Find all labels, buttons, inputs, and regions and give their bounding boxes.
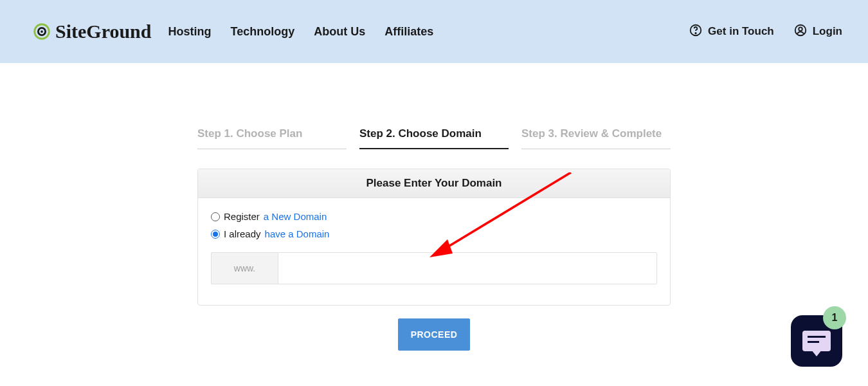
radio-have-link: have a Domain (265, 228, 330, 239)
chat-bubble-icon (802, 331, 831, 351)
login-button[interactable]: Login (793, 23, 842, 41)
radio-register-new-domain[interactable]: Register a New Domain (211, 211, 657, 222)
proceed-button[interactable]: PROCEED (398, 318, 470, 351)
header-right: Get in Touch Login (689, 23, 842, 41)
radio-have-domain[interactable]: I already have a Domain (211, 228, 657, 239)
step-tab-choose-plan[interactable]: Step 1. Choose Plan (197, 127, 347, 149)
radio-register-prefix: Register (224, 211, 260, 222)
nav-affiliates[interactable]: Affiliates (384, 25, 433, 39)
nav-hosting[interactable]: Hosting (168, 25, 212, 39)
user-circle-icon (793, 23, 808, 41)
chat-badge: 1 (823, 306, 846, 329)
domain-input-group: www. (211, 252, 657, 284)
checkout-steps: Step 1. Choose Plan Step 2. Choose Domai… (197, 127, 671, 149)
panel-title: Please Enter Your Domain (198, 169, 670, 198)
step-tab-review-complete[interactable]: Step 3. Review & Complete (521, 127, 671, 149)
brand-name: SiteGround (55, 21, 152, 42)
top-header: SiteGround Hosting Technology About Us A… (0, 0, 868, 63)
svg-point-2 (41, 30, 43, 33)
domain-prefix-label: www. (211, 252, 278, 284)
step-tab-choose-domain[interactable]: Step 2. Choose Domain (359, 127, 509, 149)
radio-register-link: a New Domain (264, 211, 327, 222)
main-nav: Hosting Technology About Us Affiliates (168, 25, 434, 39)
svg-point-4 (695, 32, 696, 33)
main-content: Step 1. Choose Plan Step 2. Choose Domai… (0, 63, 868, 351)
get-in-touch-button[interactable]: Get in Touch (689, 23, 774, 41)
help-circle-icon (689, 23, 703, 41)
nav-technology[interactable]: Technology (231, 25, 295, 39)
login-label: Login (813, 25, 842, 38)
logo-swirl-icon (32, 22, 51, 41)
brand-logo[interactable]: SiteGround (32, 21, 152, 42)
panel-body: Register a New Domain I already have a D… (198, 198, 670, 305)
chat-widget[interactable]: 1 (791, 315, 842, 367)
radio-have-prefix: I already (224, 228, 261, 239)
domain-input[interactable] (278, 252, 657, 284)
get-in-touch-label: Get in Touch (708, 25, 774, 38)
nav-about-us[interactable]: About Us (314, 25, 365, 39)
domain-panel: Please Enter Your Domain Register a New … (197, 169, 671, 306)
radio-icon (211, 230, 220, 239)
svg-point-6 (799, 27, 802, 31)
radio-icon (211, 212, 220, 221)
